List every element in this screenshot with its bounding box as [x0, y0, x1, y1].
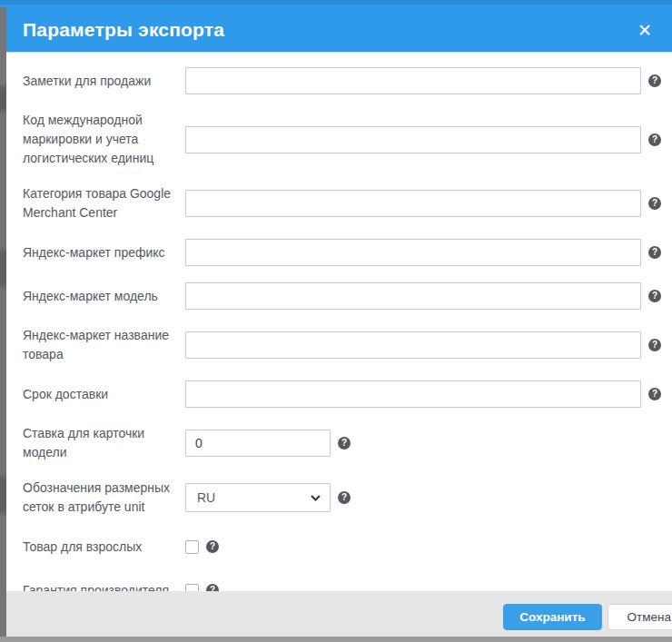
manufacturer-warranty-checkbox[interactable] — [185, 584, 199, 592]
gtin-input[interactable] — [185, 126, 641, 153]
form-row-ym-product-name: Яндекс-маркет название товара ? — [23, 326, 661, 364]
selected-option-label: RU — [197, 490, 215, 505]
field-label: Код международной маркировки и учета лог… — [23, 111, 173, 168]
help-icon[interactable]: ? — [648, 246, 661, 259]
save-button[interactable]: Сохранить — [503, 604, 601, 630]
modal-body: Заметки для продажи ? Код международной … — [0, 53, 672, 591]
help-icon[interactable]: ? — [648, 388, 661, 400]
delivery-time-input[interactable] — [185, 380, 641, 408]
help-icon[interactable]: ? — [206, 540, 219, 553]
ym-prefix-input[interactable] — [185, 239, 641, 266]
field-label: Яндекс-маркет модель — [23, 287, 173, 306]
form-row-size-grid-unit: Обозначения размерных сеток в атрибуте u… — [23, 479, 661, 517]
ym-product-name-input[interactable] — [185, 331, 641, 359]
help-icon[interactable]: ? — [648, 290, 661, 302]
form-row-google-category: Категория товара Google Merchant Center … — [23, 184, 661, 222]
form-row-delivery-time: Срок доставки ? — [23, 380, 661, 408]
form-row-model-card-bid: Ставка для карточки модели ? — [23, 424, 661, 462]
form-row-adult-product: Товар для взрослых ? — [23, 533, 661, 560]
background-page-bottom-strip — [0, 637, 672, 642]
field-label: Яндекс-маркет префикс — [23, 243, 173, 262]
modal-title: Параметры экспорта — [23, 19, 224, 41]
field-label: Товар для взрослых — [23, 538, 173, 557]
field-label: Заметки для продажи — [23, 72, 173, 91]
field-label: Ставка для карточки модели — [23, 424, 173, 462]
background-page-sliver — [0, 7, 6, 637]
help-icon[interactable]: ? — [648, 133, 661, 146]
close-icon[interactable]: ✕ — [636, 18, 654, 43]
model-card-bid-input[interactable] — [185, 430, 331, 457]
field-label: Обозначения размерных сеток в атрибуте u… — [23, 479, 173, 517]
ym-model-input[interactable] — [185, 282, 641, 310]
help-icon[interactable]: ? — [648, 339, 661, 351]
field-label: Срок доставки — [23, 385, 173, 404]
sales-notes-input[interactable] — [185, 67, 641, 94]
help-icon[interactable]: ? — [206, 584, 219, 591]
size-grid-unit-select[interactable]: RU — [185, 483, 331, 512]
form-row-ym-model: Яндекс-маркет модель ? — [23, 282, 661, 310]
modal-header: Параметры экспорта ✕ — [0, 0, 672, 53]
field-label: Категория товара Google Merchant Center — [23, 184, 173, 222]
form-row-ym-prefix: Яндекс-маркет префикс ? — [23, 239, 661, 266]
form-row-gtin: Код международной маркировки и учета лог… — [23, 111, 661, 168]
help-icon[interactable]: ? — [338, 491, 351, 504]
modal-footer: Сохранить Отмена — [0, 591, 672, 642]
export-parameters-modal: Параметры экспорта ✕ Заметки для продажи… — [0, 0, 672, 642]
chevron-down-icon — [311, 495, 321, 501]
form-row-sales-notes: Заметки для продажи ? — [23, 67, 661, 94]
help-icon[interactable]: ? — [648, 197, 661, 210]
cancel-button[interactable]: Отмена — [608, 604, 672, 630]
field-label: Гарантия производителя — [23, 581, 173, 592]
field-label: Яндекс-маркет название товара — [23, 326, 173, 364]
help-icon[interactable]: ? — [648, 74, 661, 87]
google-category-input[interactable] — [185, 190, 641, 217]
help-icon[interactable]: ? — [338, 437, 351, 449]
form-row-manufacturer-warranty: Гарантия производителя ? — [23, 577, 661, 591]
adult-product-checkbox[interactable] — [185, 540, 199, 554]
